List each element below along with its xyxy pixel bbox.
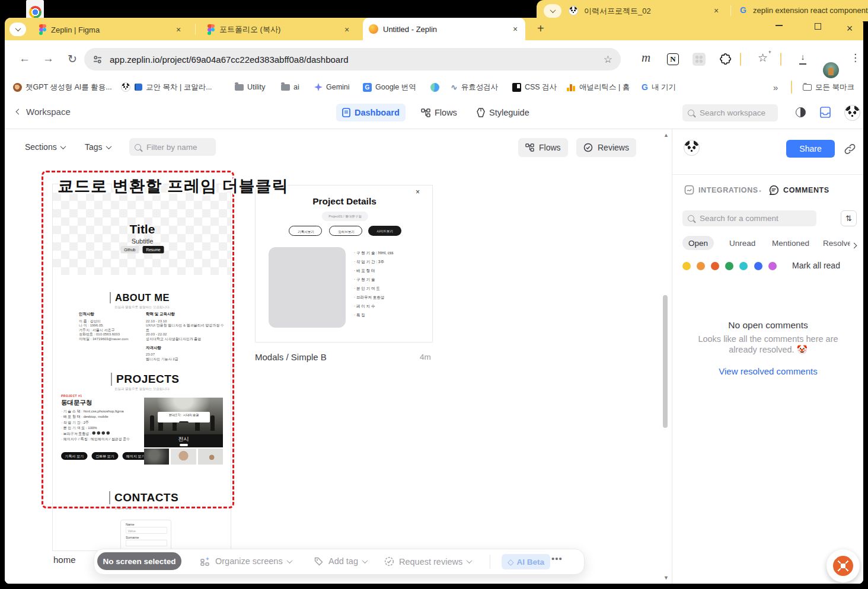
comment-color-dot[interactable]: [725, 262, 733, 270]
bottom-bar-more-button[interactable]: •••: [551, 553, 563, 564]
disabled-extension-icon[interactable]: [693, 53, 706, 66]
browser-tab-3-active[interactable]: Untitled - Zeplin ×: [363, 18, 525, 40]
new-tab-button[interactable]: +: [537, 22, 544, 36]
desktop-chrome-file-icon[interactable]: [24, 0, 46, 20]
tab-close-icon[interactable]: ×: [342, 25, 352, 34]
comment-color-dot[interactable]: [754, 262, 762, 270]
workspace-back-link[interactable]: Workspace: [17, 107, 71, 117]
bg-tab-title[interactable]: 이력서프로젝트_02: [584, 6, 703, 17]
filter-resolved[interactable]: Resolved: [817, 236, 850, 250]
bookmark-item[interactable]: GGoogle 번역: [363, 78, 416, 96]
scrollbar-down-icon[interactable]: ▼: [663, 575, 669, 581]
bg-tab-title-2[interactable]: zeplin extension react component -: [753, 6, 868, 15]
screen-name-home[interactable]: home: [53, 555, 76, 565]
filters-scroll-right[interactable]: [852, 239, 856, 250]
maximize-button[interactable]: [815, 23, 821, 30]
reviews-button[interactable]: Reviews: [576, 138, 636, 157]
all-bookmarks-folder[interactable]: 모든 북마크: [803, 78, 854, 96]
sections-dropdown[interactable]: Sections: [25, 142, 65, 152]
tab-close-icon[interactable]: ×: [510, 24, 521, 34]
screen-thumbnail-modal[interactable]: × Project Details Project01 / 동대문구청 기획서보…: [255, 185, 433, 342]
bookmark-folder[interactable]: ai: [281, 78, 299, 96]
tab-separator: [195, 24, 196, 34]
close-window-button[interactable]: ×: [841, 23, 859, 35]
surname-input[interactable]: [126, 540, 167, 546]
workspace-search-input[interactable]: [698, 108, 773, 118]
bg-tab-close-icon[interactable]: ×: [711, 6, 722, 15]
bookmark-star-icon[interactable]: ☆: [604, 53, 612, 66]
bookmark-item[interactable]: G내 기기: [642, 78, 676, 96]
bg-tab-search-button[interactable]: [544, 4, 561, 18]
add-tag-button[interactable]: Add tag: [314, 556, 367, 566]
comment-color-dot[interactable]: [739, 262, 748, 270]
profile-avatar[interactable]: [823, 62, 839, 78]
notion-extension-icon[interactable]: N: [667, 53, 679, 65]
browser-tab-1[interactable]: Zeplin | Figma ×: [33, 21, 189, 38]
comment-sort-button[interactable]: ⇅: [841, 210, 857, 226]
extensions-puzzle-icon[interactable]: [720, 53, 733, 66]
tab-strip: Zeplin | Figma × 포트폴리오 (복사) × Untitled -…: [5, 18, 863, 40]
modal-title: Project Details: [256, 196, 433, 207]
minimize-button[interactable]: [776, 25, 783, 26]
bookmark-item[interactable]: 애널리틱스 | 홈: [567, 78, 630, 96]
workspace-search[interactable]: [682, 104, 778, 121]
back-button[interactable]: ←: [19, 52, 30, 65]
forward-button[interactable]: →: [43, 52, 54, 65]
help-fab-button[interactable]: [826, 549, 860, 582]
star-extension-icon[interactable]: ☆+: [758, 51, 768, 65]
filter-input[interactable]: [145, 142, 210, 152]
bookmark-item[interactable]: 교안 목차 | 코알라...: [121, 78, 212, 96]
copy-link-icon[interactable]: [844, 143, 856, 155]
site-info-icon[interactable]: [92, 55, 103, 65]
organize-screens-button[interactable]: Organize screens: [200, 556, 292, 566]
bookmark-item[interactable]: ∿유효성검사: [451, 78, 498, 96]
comment-color-dot[interactable]: [682, 262, 691, 270]
medium-extension-icon[interactable]: m: [642, 50, 650, 65]
comment-color-dot[interactable]: [768, 262, 777, 270]
tab-integrations[interactable]: INTEGRATIONS: [684, 185, 758, 195]
google-favicon: G: [740, 5, 746, 15]
filter-open[interactable]: Open: [682, 236, 714, 250]
tab-search-button[interactable]: [9, 23, 26, 36]
mark-all-read-link[interactable]: Mark all read: [792, 261, 840, 270]
tab-comments[interactable]: COMMENTS: [768, 185, 829, 195]
modal-screen-name[interactable]: Modals / Simple B: [255, 352, 327, 362]
tags-dropdown[interactable]: Tags: [85, 142, 111, 152]
bookmark-item-icon-only[interactable]: [430, 78, 439, 96]
comment-color-dot[interactable]: [711, 262, 719, 270]
comment-search-input[interactable]: [698, 213, 811, 223]
theme-contrast-toggle[interactable]: [796, 107, 806, 117]
tab-dashboard[interactable]: Dashboard: [336, 104, 406, 121]
filter-search[interactable]: [129, 138, 216, 156]
bookmarks-overflow-button[interactable]: »: [773, 78, 778, 96]
share-button[interactable]: Share: [786, 140, 835, 158]
url-input[interactable]: [108, 54, 604, 65]
browser-menu-icon[interactable]: ⋮: [850, 52, 860, 64]
comment-search[interactable]: [682, 210, 816, 226]
scrollbar-thumb[interactable]: [663, 295, 668, 428]
comment-color-dot[interactable]: [697, 262, 705, 270]
browser-tab-2[interactable]: 포트폴리오 (복사) ×: [202, 21, 357, 38]
bookmark-item[interactable]: 챗GPT 생성형 AI를 활용...: [13, 78, 112, 96]
modal-row: · 작 업 기 간 : 3주: [354, 257, 431, 266]
tab-styleguide[interactable]: Styleguide: [471, 104, 535, 121]
request-reviews-button[interactable]: Request reviews: [384, 556, 471, 566]
tab-title: Zeplin | Figma: [51, 25, 168, 34]
scrollbar-up-icon[interactable]: ▲: [663, 132, 669, 138]
user-avatar[interactable]: [844, 105, 860, 121]
address-bar[interactable]: ☆: [84, 48, 621, 71]
reload-button[interactable]: ↻: [68, 52, 77, 66]
download-icon[interactable]: ↓: [798, 54, 808, 65]
tab-flows[interactable]: Flows: [415, 104, 463, 121]
filter-unread[interactable]: Unread: [723, 236, 761, 250]
bookmark-item[interactable]: Gemini: [314, 78, 350, 96]
bookmark-folder[interactable]: Utility: [235, 78, 266, 96]
tab-close-icon[interactable]: ×: [173, 25, 184, 34]
name-input[interactable]: Value: [126, 527, 167, 534]
bookmark-item[interactable]: CSS 검사: [512, 78, 557, 96]
ai-beta-button[interactable]: ◇AI Beta: [502, 554, 550, 569]
view-resolved-comments-link[interactable]: View resolved comments: [672, 366, 863, 376]
filter-mentioned[interactable]: Mentioned: [766, 236, 815, 250]
commenter-avatar[interactable]: [684, 140, 700, 156]
flows-button[interactable]: Flows: [518, 138, 568, 157]
